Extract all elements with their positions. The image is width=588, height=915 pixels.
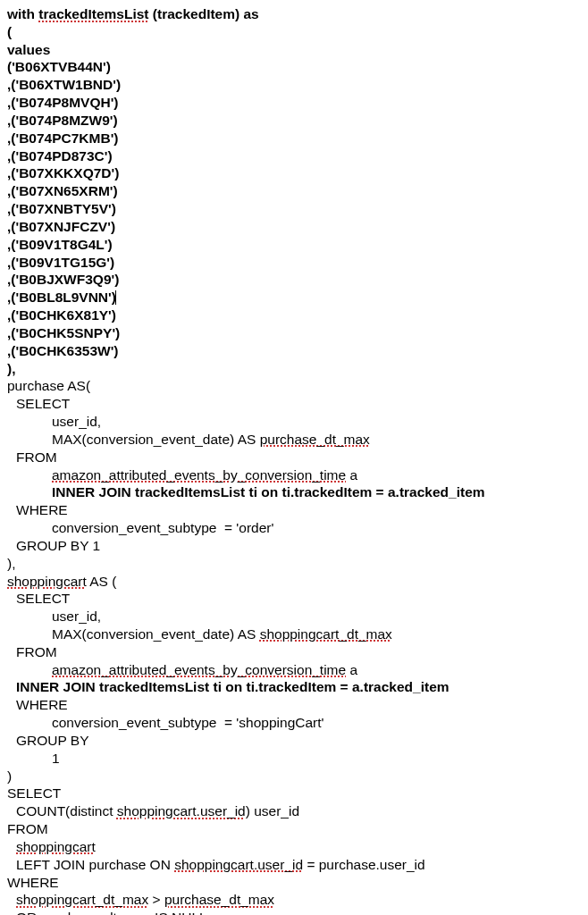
group-by-1: GROUP BY 1 xyxy=(7,537,581,555)
final-where-condition-2: OR purchase_dt_max IS NULL xyxy=(7,909,581,915)
column-purchase-max: MAX(conversion_event_date) AS purchase_d… xyxy=(7,431,581,449)
group-by-number: 1 xyxy=(7,750,581,768)
column-user-id: user_id, xyxy=(7,608,581,625)
column-user-id: user_id, xyxy=(7,413,581,431)
inner-join-purchase: INNER JOIN trackedItemsList ti on ti.tra… xyxy=(7,483,581,501)
tracked-item-value: ,('B074P8MZW9') xyxy=(7,112,581,130)
where-condition-cart: conversion_event_subtype = 'shoppingCart… xyxy=(7,714,581,732)
from-keyword: FROM xyxy=(7,449,581,466)
where-keyword: WHERE xyxy=(7,696,581,714)
values-keyword: values xyxy=(7,41,581,59)
text-cursor xyxy=(115,290,117,305)
tracked-item-value: ,('B0CHK6X81Y') xyxy=(7,306,581,324)
select-keyword: SELECT xyxy=(7,395,581,413)
open-paren: ( xyxy=(7,23,581,41)
tracked-item-value: ,('B0BJXWF3Q9') xyxy=(7,271,581,289)
select-keyword: SELECT xyxy=(7,590,581,608)
where-keyword: WHERE xyxy=(7,501,581,519)
tracked-item-value: ('B06XTVB44N') xyxy=(7,58,581,76)
where-condition-order: conversion_event_subtype = 'order' xyxy=(7,519,581,537)
tracked-item-value: ,('B09V1TG15G') xyxy=(7,254,581,272)
final-select-keyword: SELECT xyxy=(7,785,581,802)
tracked-item-value: ,('B07XNBTY5V') xyxy=(7,200,581,218)
table-attributed-events: amazon_attributed_events_by_conversion_t… xyxy=(7,661,581,679)
close-paren-comma: ), xyxy=(7,360,581,378)
close-paren-comma: ), xyxy=(7,555,581,573)
tracked-item-value: ,('B074P8MVQH') xyxy=(7,94,581,112)
tracked-item-value: ,('B09V1T8G4L') xyxy=(7,236,581,254)
tracked-item-value: ,('B07XNJFCZV') xyxy=(7,218,581,236)
tracked-item-value: ,('B074PC7KMB') xyxy=(7,130,581,147)
left-join-purchase: LEFT JOIN purchase ON shoppingcart.user_… xyxy=(7,856,581,874)
tracked-item-value: ,('B0CHK5SNPY') xyxy=(7,324,581,342)
column-shoppingcart-max: MAX(conversion_event_date) AS shoppingca… xyxy=(7,625,581,643)
final-from-keyword: FROM xyxy=(7,820,581,838)
tracked-item-value: ,('B06XTW1BND') xyxy=(7,76,581,94)
table-attributed-events: amazon_attributed_events_by_conversion_t… xyxy=(7,466,581,484)
tracked-item-value: ,('B074PD873C') xyxy=(7,147,581,165)
tracked-item-value: ,('B07XKKXQ7D') xyxy=(7,164,581,182)
final-count-distinct: COUNT(distinct shoppingcart.user_id) use… xyxy=(7,802,581,820)
from-keyword: FROM xyxy=(7,643,581,661)
tracked-items-list: ('B06XTVB44N'),('B06XTW1BND'),('B074P8MV… xyxy=(7,58,581,359)
shoppingcart-cte-header: shoppingcart AS ( xyxy=(7,573,581,591)
inner-join-shoppingcart: INNER JOIN trackedItemsList ti on ti.tra… xyxy=(7,678,581,696)
sql-code-block: with trackedItemsList (trackedItem) as (… xyxy=(7,5,581,915)
final-where-condition-1: shoppingcart_dt_max > purchase_dt_max xyxy=(7,891,581,909)
with-clause-header: with trackedItemsList (trackedItem) as xyxy=(7,5,581,23)
group-by-keyword: GROUP BY xyxy=(7,732,581,750)
tracked-item-value: ,('B0CHK6353W') xyxy=(7,342,581,360)
final-where-keyword: WHERE xyxy=(7,874,581,892)
tracked-item-value: ,('B0BL8L9VNN') xyxy=(7,289,581,306)
tracked-item-value: ,('B07XN65XRM') xyxy=(7,182,581,200)
final-from-table: shoppingcart xyxy=(7,838,581,856)
close-paren: ) xyxy=(7,768,581,785)
purchase-cte-header: purchase AS( xyxy=(7,377,581,395)
